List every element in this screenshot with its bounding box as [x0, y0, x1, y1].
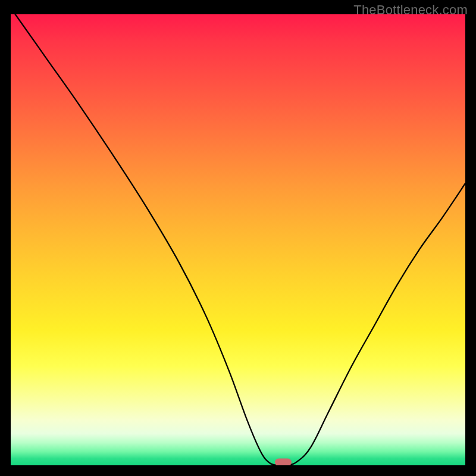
optimal-marker [275, 459, 292, 466]
plot-area [11, 14, 465, 465]
chart-frame: TheBottleneck.com [0, 0, 476, 476]
bottleneck-curve [11, 14, 465, 465]
watermark-text: TheBottleneck.com [353, 2, 468, 18]
